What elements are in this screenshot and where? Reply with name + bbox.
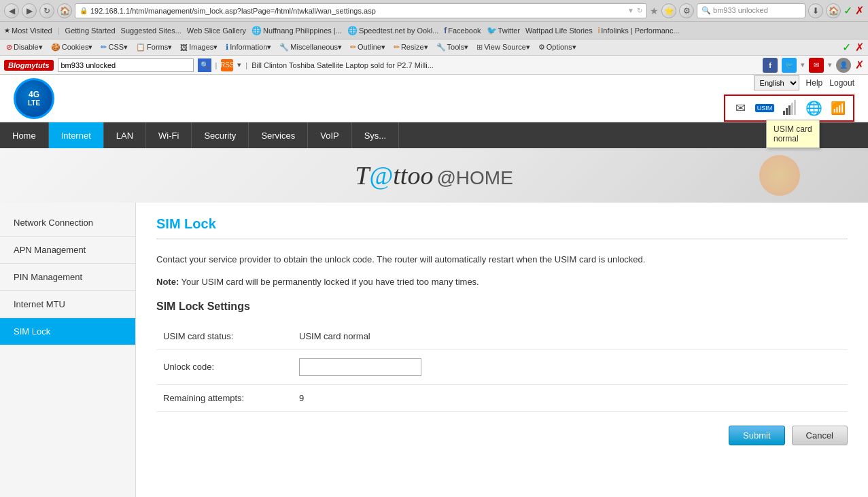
favorites-button[interactable]: ★ <box>650 5 659 16</box>
usim-status-row: USIM card status: USIM card normal <box>156 323 848 350</box>
submit-button[interactable]: Submit <box>729 426 784 445</box>
address-bar[interactable]: 🔒 192.168.1.1/html/management/sim_lock.a… <box>75 3 647 18</box>
logout-link[interactable]: Logout <box>829 78 854 88</box>
signal-bars <box>783 101 796 115</box>
status-icons-panel: ✉ USIM <box>724 95 854 122</box>
disable-btn[interactable]: ⊘ Disable▾ <box>4 42 45 52</box>
page-title: SIM Lock <box>156 216 848 232</box>
options-btn[interactable]: ⚙ Options▾ <box>536 42 578 52</box>
ext-close[interactable]: ✗ <box>855 58 864 71</box>
twitter-ext-icon[interactable]: 🐦 <box>782 58 797 73</box>
dev-toolbar: ⊘ Disable▾ 🍪 Cookies▾ ✏ CSS▾ 📋 Forms▾ 🖼 … <box>0 39 868 56</box>
tools-dev-btn[interactable]: 🔧 Tools▾ <box>434 42 471 52</box>
logo-4g-text: 4G <box>29 90 39 99</box>
search-icon: 🔍 bm933 unlocked <box>701 6 801 15</box>
nav-voip[interactable]: VoIP <box>308 122 351 148</box>
unlock-code-input[interactable] <box>299 358 421 376</box>
description-text: Contact your service provider to obtain … <box>156 253 848 267</box>
back-button[interactable]: ◀ <box>4 3 19 18</box>
router-header: 4G LTE English Help Logout ✉ <box>0 75 868 122</box>
extension-bar: Blogmytuts 🔍 | RSS ▾ | Bill Clinton Tosh… <box>0 56 868 75</box>
usim-badge: USIM <box>755 104 775 112</box>
bookmarks-bar: ★ Most Visited | Getting Started Suggest… <box>0 22 868 39</box>
nav-wifi[interactable]: Wi-Fi <box>146 122 192 148</box>
note-text: Note: Your USIM card will be permanently… <box>156 277 848 287</box>
usim-status-icon[interactable]: USIM <box>755 99 774 118</box>
facebook-ext-icon[interactable]: f <box>763 58 778 73</box>
bookmark-suggested-sites[interactable]: Suggested Sites... <box>121 27 181 35</box>
tools-button[interactable]: ⚙ <box>679 3 694 18</box>
sidebar-pin-management[interactable]: PIN Management <box>0 264 135 291</box>
wifi-status-icon[interactable]: 📶 <box>829 99 848 118</box>
mail-ext-icon[interactable]: ✉ <box>809 58 824 73</box>
bookmark-facebook[interactable]: f Facebook <box>444 26 481 35</box>
outline-btn[interactable]: ✏ Outline▾ <box>348 42 387 52</box>
information-btn[interactable]: ℹ Information▾ <box>224 42 273 52</box>
download-button[interactable]: ⬇ <box>808 3 823 18</box>
bookmark-web-slice[interactable]: Web Slice Gallery <box>187 27 246 35</box>
forms-btn[interactable]: 📋 Forms▾ <box>134 42 174 52</box>
sim-lock-form: USIM card status: USIM card normal Unloc… <box>156 323 848 412</box>
address-text: 192.168.1.1/html/management/sim_lock.asp… <box>90 7 625 15</box>
view-source-btn[interactable]: ⊞ View Source▾ <box>474 42 532 52</box>
nav-home[interactable]: Home <box>0 122 49 148</box>
sidebar-apn-management[interactable]: APN Management <box>0 237 135 264</box>
language-select[interactable]: English <box>754 75 799 90</box>
usim-tooltip: USIM card normal <box>766 120 820 148</box>
section-title: SIM Lock Settings <box>156 301 848 313</box>
page-content: 4G LTE English Help Logout ✉ <box>0 75 868 497</box>
network-status-icon[interactable]: 🌐 <box>804 99 823 118</box>
x-mark: ✗ <box>855 4 864 17</box>
help-link[interactable]: Help <box>806 78 823 88</box>
images-btn[interactable]: 🖼 Images▾ <box>178 42 220 52</box>
unlock-code-label: Unlock code: <box>156 349 292 384</box>
account-icon[interactable]: 👤 <box>836 58 851 73</box>
nav-internet[interactable]: Internet <box>49 122 104 148</box>
remaining-attempts-value: 9 <box>292 384 848 411</box>
miscellaneous-btn[interactable]: 🔧 Miscellaneous▾ <box>277 42 344 52</box>
home-button[interactable]: 🏠 <box>57 3 72 18</box>
blog-search-input[interactable] <box>58 58 194 72</box>
bookmark-icon: ★ <box>4 27 10 34</box>
bookmark-speedtest[interactable]: 🌐 Speedtest.net by Ookl... <box>347 26 438 35</box>
sidebar-sim-lock[interactable]: SIM Lock <box>0 318 135 345</box>
feed-text: Bill Clinton Toshiba Satellite Laptop so… <box>251 61 759 69</box>
bookmark-twitter[interactable]: 🐦 Twitter <box>487 26 520 35</box>
cancel-button[interactable]: Cancel <box>792 426 848 445</box>
bookmark-nuffnang[interactable]: 🌐 Nuffnang Philippines |... <box>251 26 342 35</box>
bookmark-most-visited[interactable]: ★ Most Visited <box>4 27 52 35</box>
nav-services[interactable]: Services <box>249 122 308 148</box>
resize-btn[interactable]: ✏ Resize▾ <box>392 42 430 52</box>
banner-text: T@ttoo@HOME <box>355 160 513 190</box>
favorites-toggle[interactable]: ⭐ <box>661 3 676 18</box>
sidebar-internet-mtu[interactable]: Internet MTU <box>0 291 135 318</box>
search-box[interactable]: 🔍 bm933 unlocked <box>697 3 805 18</box>
header-right: English Help Logout ✉ USIM <box>724 75 854 122</box>
signal-status-icon[interactable] <box>780 99 799 118</box>
sidebar-network-connection[interactable]: Network Connection <box>0 209 135 237</box>
blog-logo: Blogmytuts <box>4 60 54 71</box>
rss-button[interactable]: RSS <box>221 59 233 71</box>
content-area: SIM Lock Contact your service provider t… <box>136 203 868 497</box>
nav-security[interactable]: Security <box>192 122 249 148</box>
forward-button[interactable]: ▶ <box>22 3 37 18</box>
cookies-btn[interactable]: 🍪 Cookies▾ <box>49 42 95 52</box>
bookmark-infolinks[interactable]: i Infolinks | Performanc... <box>598 26 680 35</box>
header-top-right: English Help Logout <box>754 75 854 90</box>
nav-lan[interactable]: LAN <box>104 122 146 148</box>
bookmark-wattpad[interactable]: Wattpad Life Stories <box>525 27 593 35</box>
toolbar-x: ✗ <box>855 41 864 54</box>
nav-sys[interactable]: Sys... <box>352 122 400 148</box>
mail-status-icon[interactable]: ✉ <box>731 99 750 118</box>
logo-area: 4G LTE <box>14 78 54 119</box>
usim-status-value: USIM card normal <box>292 323 848 350</box>
remaining-attempts-row: Remaining attempts: 9 <box>156 384 848 411</box>
css-btn[interactable]: ✏ CSS▾ <box>99 42 130 52</box>
blog-search-button[interactable]: 🔍 <box>198 58 211 72</box>
main-area: Network Connection APN Management PIN Ma… <box>0 203 868 497</box>
home-page-button[interactable]: 🏠 <box>826 3 841 18</box>
title-divider <box>156 239 848 239</box>
toolbar-check: ✓ <box>842 41 851 54</box>
refresh-button[interactable]: ↻ <box>39 3 54 18</box>
bookmark-getting-started[interactable]: Getting Started <box>65 27 116 35</box>
